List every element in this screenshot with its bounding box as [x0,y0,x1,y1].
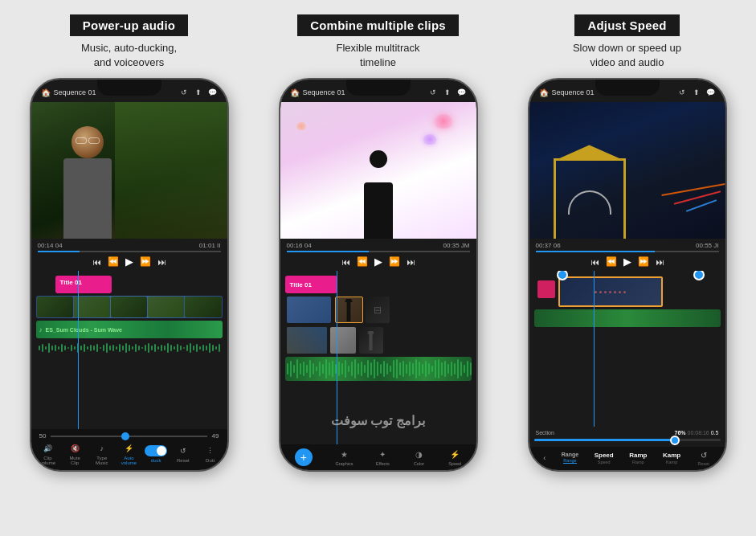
undo-icon-3[interactable]: ↺ [677,88,687,97]
playback-controls-multi: ⏮ ⏪ ▶ ⏩ ⏭ [287,256,470,268]
tool-auto-volume[interactable]: ⚡ Autovolume [116,443,141,465]
play-btn-audio[interactable]: ▶ [125,256,133,268]
notch-2 [346,80,411,96]
playback-area-speed: 00:37 06 00:55 JI ⏮ ⏪ ▶ ⏩ ⏭ [529,239,725,271]
tool-mute[interactable]: 🔇 MuteClip [63,443,87,465]
share-icon[interactable]: ⬆ [194,88,203,97]
undo-icon[interactable]: ↺ [179,88,189,97]
slider-val-left: 50 [39,432,47,440]
clip-sil-3 [359,327,383,354]
step-fwd-btn-2[interactable]: ⏩ [389,256,400,267]
chat-icon-3[interactable]: 💬 [706,88,716,97]
share-icon-3[interactable]: ⬆ [692,88,701,97]
time-current-audio: 00:14 04 [38,242,63,249]
skip-fwd-btn-2[interactable]: ⏭ [407,257,415,267]
svg-rect-14 [84,344,85,352]
tool-clip-volume[interactable]: 🔊 Clipvolume [35,443,59,465]
svg-rect-91 [393,360,394,378]
duck-toggle[interactable] [145,445,167,456]
nav-graphics[interactable]: ★ Graphics [335,448,353,466]
tool-duck[interactable]: duck [144,445,168,463]
tool-dutt[interactable]: ⋮ Dutt [198,445,223,463]
panel-multitrack: Combine multiple clips Flexible multitra… [258,14,499,472]
color-icon: ◑ [412,448,425,460]
ramp-item[interactable]: Ramp Ramp [629,452,647,464]
audio-track-speed [534,309,721,327]
play-btn-speed[interactable]: ▶ [623,256,631,268]
svg-rect-86 [377,362,378,376]
skip-back-btn[interactable]: ⏮ [92,257,101,267]
sequence-label-audio: Sequence 01 [54,88,96,96]
nav-color[interactable]: ◑ Color [412,448,425,466]
side-button-right-2 [476,176,478,216]
waveform-svg [39,342,220,354]
svg-rect-5 [55,345,56,351]
reset-label-audio: Reset [177,458,190,463]
svg-rect-76 [345,360,346,378]
svg-rect-90 [390,366,391,372]
play-btn-multi[interactable]: ▶ [374,256,382,268]
svg-rect-77 [348,366,349,372]
body [63,158,112,239]
range-item[interactable]: Range Range [562,452,578,464]
skip-fwd-btn-3[interactable]: ⏭ [656,257,664,267]
svg-rect-24 [116,346,117,350]
skip-fwd-btn[interactable]: ⏭ [157,257,166,267]
svg-rect-67 [316,366,317,371]
svg-rect-30 [135,344,137,352]
light-streak-3 [685,200,716,213]
playback-area-multi: 00:16 04 00:35 JM ⏮ ⏪ ▶ ⏩ ⏭ [280,239,476,271]
skip-back-btn-3[interactable]: ⏮ [590,257,599,267]
playback-line-speed [594,271,595,427]
step-back-btn-3[interactable]: ⏪ [606,256,617,267]
menten-item[interactable]: Kamp Kamp [663,452,680,464]
step-fwd-btn-3[interactable]: ⏩ [638,256,649,267]
skip-back-btn-2[interactable]: ⏮ [341,257,350,267]
waveform [36,341,223,355]
progress-bar-multi[interactable] [287,251,470,252]
svg-rect-62 [300,363,301,374]
tool-type-music[interactable]: ♪ TypeMusic [90,443,114,465]
toolbar-items-audio: 🔊 Clipvolume 🔇 MuteClip ♪ TypeMusic [35,443,224,465]
timeline-speed [529,271,725,427]
step-back-btn[interactable]: ⏪ [108,256,119,267]
progress-bar-audio[interactable] [38,251,221,252]
panel-audio-subtitle: Music, auto-ducking,and voiceovers [81,41,177,70]
speed-tb-item[interactable]: Speed Speed [595,452,614,464]
step-fwd-btn[interactable]: ⏩ [140,256,151,267]
svg-rect-71 [329,362,330,375]
back-speed-btn[interactable]: ‹ [543,454,546,462]
svg-rect-92 [396,359,398,378]
speed-slider-track[interactable] [534,439,721,441]
thumb-4 [148,297,184,317]
tool-reset[interactable]: ↺ Reset [171,445,195,463]
speed-handle-right[interactable] [693,271,705,280]
svg-rect-49 [196,344,198,352]
phone-speed: 🏠 Sequence 01 ↺ ⬆ 💬 [528,78,727,472]
watermark-text: برامج توب سوفت [280,413,476,428]
range-label-val: Range [562,452,578,457]
undo-icon-2[interactable]: ↺ [428,88,438,97]
audio-label: ES_Sum Clouds - Sum Wave [46,327,122,333]
progress-bar-speed[interactable] [536,251,719,252]
svg-rect-25 [119,344,121,352]
svg-rect-17 [93,346,95,350]
speed-label: Speed [448,461,461,466]
svg-rect-20 [103,345,104,351]
effects-icon: ✦ [376,448,389,460]
slider-track[interactable] [51,436,206,437]
reset-icon: ↺ [176,445,190,456]
share-icon-2[interactable]: ⬆ [443,88,452,97]
step-back-btn-2[interactable]: ⏪ [357,256,368,267]
chat-icon[interactable]: 💬 [208,88,218,97]
panel-audio-title: Power-up audio [70,14,188,36]
nav-effects[interactable]: ✦ Effects [376,448,390,466]
reset-speed-item[interactable]: ↺ Reset [697,449,711,466]
add-button[interactable]: + [295,448,313,466]
speed-slider-fill [534,439,676,441]
ramp-val: Ramp [629,452,647,459]
nav-speed[interactable]: ⚡ Speed [448,448,461,466]
svg-rect-68 [319,362,321,376]
svg-rect-2 [45,346,47,350]
chat-icon-2[interactable]: 💬 [457,88,467,97]
